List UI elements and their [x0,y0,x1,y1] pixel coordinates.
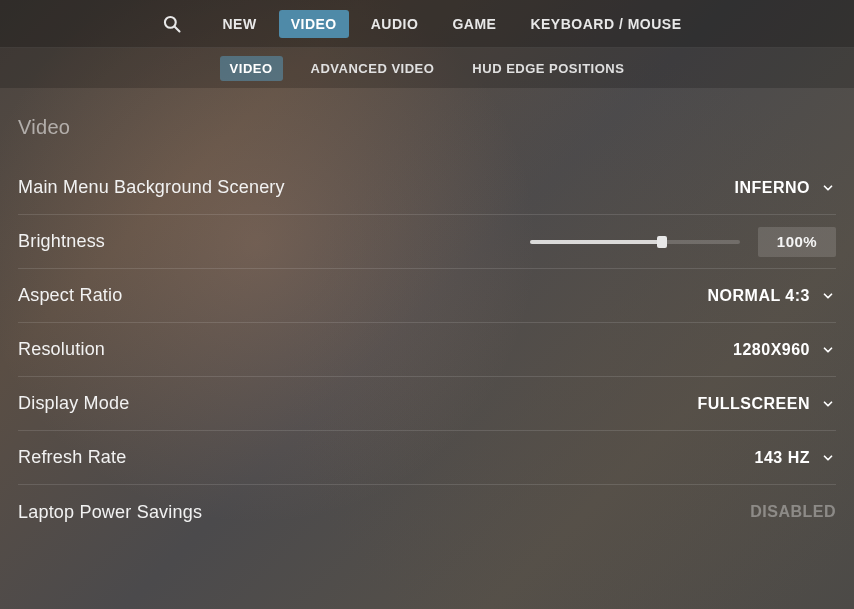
setting-row-display-mode: Display Mode FULLSCREEN [18,377,836,431]
setting-label: Main Menu Background Scenery [18,177,285,198]
sub-tab-bar: VIDEOADVANCED VIDEOHUD EDGE POSITIONS [0,48,854,88]
brightness-slider[interactable] [530,240,740,244]
search-icon[interactable] [161,13,183,35]
setting-value: INFERNO [735,179,811,197]
setting-row-refresh: Refresh Rate 143 HZ [18,431,836,485]
setting-value-laptop: DISABLED [750,503,836,521]
settings-panel: Video Main Menu Background Scenery INFER… [0,88,854,539]
svg-line-1 [174,26,179,31]
chevron-down-icon [820,180,836,196]
setting-label: Aspect Ratio [18,285,122,306]
section-title: Video [18,116,836,139]
setting-row-laptop: Laptop Power Savings DISABLED [18,485,836,539]
setting-row-aspect: Aspect Ratio NORMAL 4:3 [18,269,836,323]
setting-row-resolution: Resolution 1280X960 [18,323,836,377]
setting-value: 1280X960 [733,341,810,359]
setting-dropdown-refresh[interactable]: 143 HZ [755,449,836,467]
setting-dropdown-scenery[interactable]: INFERNO [735,179,837,197]
setting-label: Display Mode [18,393,129,414]
setting-dropdown-resolution[interactable]: 1280X960 [733,341,836,359]
setting-row-brightness: Brightness 100% [18,215,836,269]
slider-thumb[interactable] [657,236,667,248]
setting-dropdown-display-mode[interactable]: FULLSCREEN [697,395,836,413]
chevron-down-icon [820,450,836,466]
setting-value: NORMAL 4:3 [708,287,811,305]
chevron-down-icon [820,396,836,412]
main-tab-video[interactable]: VIDEO [279,10,349,38]
sub-tab-video[interactable]: VIDEO [220,56,283,81]
main-tab-bar: NEWVIDEOAUDIOGAMEKEYBOARD / MOUSE [0,0,854,48]
setting-value: DISABLED [750,503,836,521]
sub-tab-hud-edge-positions[interactable]: HUD EDGE POSITIONS [462,56,634,81]
setting-value: 143 HZ [755,449,810,467]
brightness-value-box: 100% [758,227,836,257]
setting-dropdown-aspect[interactable]: NORMAL 4:3 [708,287,837,305]
setting-value: FULLSCREEN [697,395,810,413]
chevron-down-icon [820,288,836,304]
setting-label: Refresh Rate [18,447,126,468]
sub-tab-advanced-video[interactable]: ADVANCED VIDEO [301,56,445,81]
main-tab-keyboard-mouse[interactable]: KEYBOARD / MOUSE [518,10,693,38]
setting-label: Resolution [18,339,105,360]
setting-label: Laptop Power Savings [18,502,202,523]
chevron-down-icon [820,342,836,358]
setting-row-scenery: Main Menu Background Scenery INFERNO [18,161,836,215]
setting-label: Brightness [18,231,105,252]
main-tab-game[interactable]: GAME [440,10,508,38]
main-tab-audio[interactable]: AUDIO [359,10,431,38]
main-tab-new[interactable]: NEW [211,10,269,38]
